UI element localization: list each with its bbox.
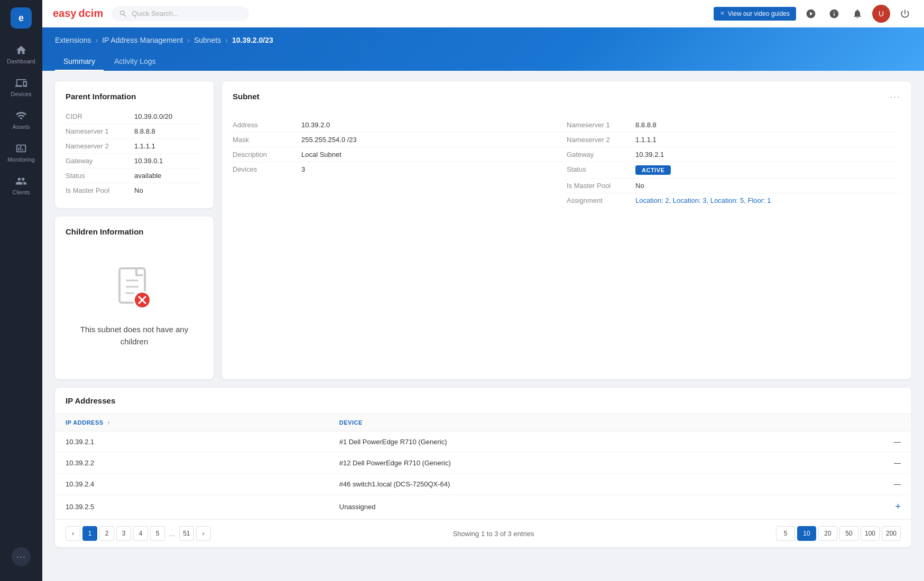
ip-addresses-card: IP Addresses IP ADDRESS ↑ DEVICE: [55, 388, 911, 547]
subnet-info-grid: Address 10.39.2.0 Mask 255.255.254.0 /23…: [233, 118, 901, 208]
topnav-right: ✕ View our video guides U: [714, 5, 913, 23]
subnet-mask-row: Mask 255.255.254.0 /23: [233, 133, 567, 147]
logo-text: easy: [53, 7, 77, 20]
info-icon[interactable]: [826, 5, 843, 22]
parent-cidr-value: 10.39.0.0/20: [134, 113, 172, 120]
col-ip-address[interactable]: IP ADDRESS ↑: [55, 414, 329, 432]
sidebar-item-devices[interactable]: Devices: [0, 71, 42, 104]
subnet-devices-label: Devices: [233, 165, 301, 173]
per-page-200[interactable]: 200: [882, 526, 901, 541]
page-button-4[interactable]: 4: [133, 526, 148, 541]
sidebar-item-monitoring[interactable]: Monitoring: [0, 136, 42, 169]
parent-info-title: Parent Information: [66, 92, 203, 101]
subnet-more-button[interactable]: ···: [890, 92, 901, 101]
device-cell: #12 Dell PowerEdge R710 (Generic): [329, 453, 880, 474]
subnet-assignment-value[interactable]: Location: 2, Location: 3, Location: 5, F…: [635, 196, 771, 204]
col-device: DEVICE: [329, 414, 880, 432]
subnet-master-pool-label: Is Master Pool: [567, 182, 635, 190]
parent-gateway-label: Gateway: [66, 157, 134, 165]
top-grid: Parent Information CIDR 10.39.0.0/20 Nam…: [55, 81, 911, 379]
video-guide-label: View our video guides: [728, 10, 790, 17]
page-button-51[interactable]: 51: [179, 526, 194, 541]
table-row: 10.39.2.4 #46 switch1.local (DCS-7250QX-…: [55, 474, 911, 495]
sidebar-logo[interactable]: e: [10, 6, 33, 30]
empty-message: This subnet does not have any children: [76, 324, 192, 348]
subnet-address-label: Address: [233, 121, 301, 129]
home-icon: [15, 44, 27, 56]
table-header-row: IP ADDRESS ↑ DEVICE: [55, 414, 911, 432]
action-cell: —: [880, 453, 911, 474]
showing-text: Showing 1 to 3 of 3 entries: [452, 530, 534, 538]
subnet-desc-row: Description Local Subnet: [233, 147, 567, 162]
tab-summary[interactable]: Summary: [55, 53, 104, 71]
left-column: Parent Information CIDR 10.39.0.0/20 Nam…: [55, 81, 214, 379]
subnet-assignment-row: Assignment Location: 2, Location: 3, Loc…: [567, 193, 901, 208]
parent-ns2-row: Nameserver 2 1.1.1.1: [66, 139, 203, 154]
parent-ns1-label: Nameserver 1: [66, 127, 134, 135]
ip-addresses-title: IP Addresses: [55, 388, 911, 414]
children-info-title: Children Information: [66, 227, 203, 236]
video-guide-button[interactable]: ✕ View our video guides: [714, 7, 796, 21]
breadcrumb-current: 10.39.2.0/23: [232, 36, 273, 44]
power-icon[interactable]: [897, 5, 913, 22]
per-page-10[interactable]: 10: [797, 526, 816, 541]
parent-ns2-value: 1.1.1.1: [134, 142, 155, 150]
subnet-address-value: 10.39.2.0: [301, 121, 330, 129]
search-icon: [119, 10, 127, 18]
avatar[interactable]: U: [872, 5, 890, 23]
page-controls: ‹ 1 2 3 4 5 ... 51 ›: [66, 526, 211, 541]
parent-master-pool-row: Is Master Pool No: [66, 183, 203, 198]
empty-state: This subnet does not have any children: [66, 245, 203, 369]
subnet-mask-label: Mask: [233, 136, 301, 144]
prev-page-button[interactable]: ‹: [66, 526, 80, 541]
per-page-50[interactable]: 50: [839, 526, 858, 541]
logo-icon: e: [11, 7, 32, 29]
sidebar-item-assets[interactable]: Assets: [0, 104, 42, 136]
subnet-ns1-row: Nameserver 1 8.8.8.8: [567, 118, 901, 133]
tabs: Summary Activity Logs: [55, 53, 911, 71]
subnet-mask-value: 255.255.254.0 /23: [301, 136, 357, 144]
sidebar-item-label: Devices: [11, 91, 31, 97]
per-page-20[interactable]: 20: [818, 526, 837, 541]
subnet-master-pool-row: Is Master Pool No: [567, 179, 901, 193]
parent-gateway-row: Gateway 10.39.0.1: [66, 154, 203, 168]
play-icon[interactable]: [802, 5, 819, 22]
add-icon[interactable]: +: [895, 501, 901, 512]
breadcrumb-extensions[interactable]: Extensions: [55, 36, 91, 44]
subnet-ns1-value: 8.8.8.8: [635, 121, 657, 129]
close-icon[interactable]: ✕: [720, 10, 725, 17]
ip-cell: 10.39.2.1: [55, 432, 329, 453]
ip-cell: 10.39.2.2: [55, 453, 329, 474]
sidebar-item-clients[interactable]: Clients: [0, 169, 42, 202]
breadcrumb-ip-mgmt[interactable]: IP Address Management: [102, 36, 183, 44]
breadcrumb-sep-3: ›: [225, 36, 228, 44]
page-button-3[interactable]: 3: [116, 526, 131, 541]
search-box[interactable]: Quick Search...: [112, 6, 249, 21]
breadcrumb-subnets[interactable]: Subnets: [194, 36, 221, 44]
alert-icon[interactable]: [849, 5, 866, 22]
tab-activity-logs[interactable]: Activity Logs: [106, 53, 164, 71]
per-page-5[interactable]: 5: [776, 526, 795, 541]
page-button-1[interactable]: 1: [82, 526, 97, 541]
more-options-button[interactable]: ···: [12, 547, 31, 566]
page-header: Extensions › IP Address Management › Sub…: [42, 27, 924, 71]
page-button-5[interactable]: 5: [150, 526, 165, 541]
sidebar-item-label: Assets: [12, 124, 30, 130]
devices-icon: [15, 77, 27, 89]
sidebar-item-dashboard[interactable]: Dashboard: [0, 38, 42, 71]
subnet-right-col: Nameserver 1 8.8.8.8 Nameserver 2 1.1.1.…: [567, 118, 901, 208]
action-cell: —: [880, 432, 911, 453]
page-button-2[interactable]: 2: [99, 526, 114, 541]
action-cell-add[interactable]: +: [880, 495, 911, 519]
device-cell: Unassigned: [329, 495, 880, 519]
subnet-card-header: Subnet ···: [233, 92, 901, 109]
subnet-ns1-label: Nameserver 1: [567, 121, 635, 129]
device-cell: #1 Dell PowerEdge R710 (Generic): [329, 432, 880, 453]
subnet-status-row: Status ACTIVE: [567, 162, 901, 179]
parent-status-value: available: [134, 172, 161, 180]
parent-gateway-value: 10.39.0.1: [134, 157, 163, 165]
per-page-100[interactable]: 100: [861, 526, 880, 541]
table-row: 10.39.2.1 #1 Dell PowerEdge R710 (Generi…: [55, 432, 911, 453]
col-action: [880, 414, 911, 432]
next-page-button[interactable]: ›: [196, 526, 211, 541]
